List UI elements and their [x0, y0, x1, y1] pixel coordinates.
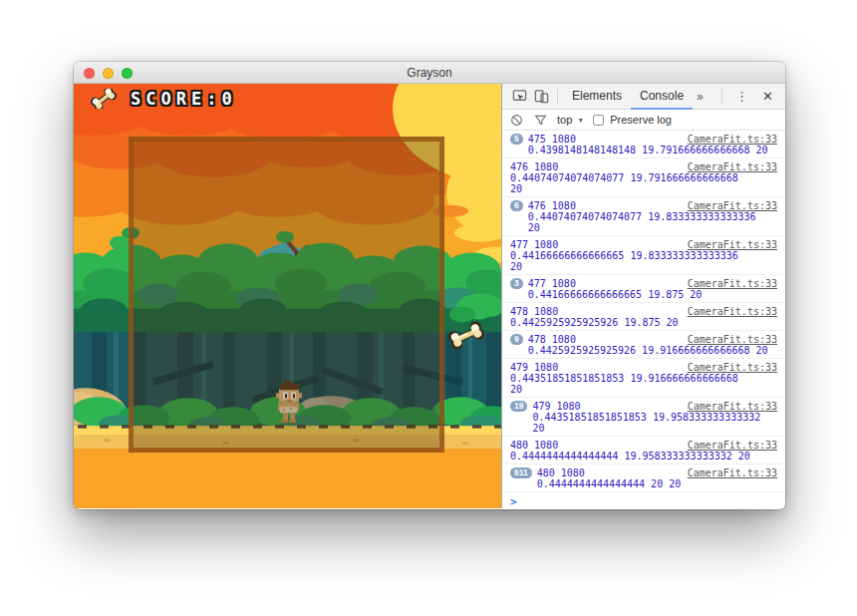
- source-location-link[interactable]: CameraFit.ts:33: [680, 161, 777, 172]
- source-location-link[interactable]: CameraFit.ts:33: [680, 334, 777, 345]
- repeat-count-badge: 9: [510, 334, 523, 345]
- source-location-link[interactable]: CameraFit.ts:33: [680, 401, 777, 412]
- log-message-continuation: 0.44351851851851853 19.958333333333332: [532, 412, 777, 423]
- source-location-link[interactable]: CameraFit.ts:33: [680, 239, 777, 250]
- console-log-entry: 480 1080CameraFit.ts:330.444444444444444…: [502, 437, 785, 464]
- repeat-count-badge: 611: [510, 467, 532, 478]
- window-title-bar[interactable]: Grayson: [74, 62, 785, 84]
- log-message-continuation: 0.44074074074074077 19.833333333333336: [528, 211, 777, 222]
- console-toolbar: top ▼ Preserve log: [502, 110, 785, 131]
- close-window-button[interactable]: [84, 68, 95, 79]
- score-label: SCORE:0: [131, 89, 237, 109]
- console-log-entry: 611480 1080CameraFit.ts:330.444444444444…: [502, 464, 785, 492]
- zoom-window-button[interactable]: [122, 68, 133, 79]
- console-log-entry: 3477 1080CameraFit.ts:330.44166666666666…: [502, 275, 785, 303]
- source-location-link[interactable]: CameraFit.ts:33: [680, 200, 777, 211]
- log-message: 475 1080: [528, 134, 576, 145]
- repeat-count-badge: 19: [510, 401, 527, 412]
- game-viewport[interactable]: SCORE:0: [74, 84, 501, 508]
- source-location-link[interactable]: CameraFit.ts:33: [680, 134, 777, 145]
- repeat-count-badge: 6: [510, 200, 523, 211]
- source-location-link[interactable]: CameraFit.ts:33: [680, 467, 777, 478]
- log-message-continuation: 0.4398148148148148 19.791666666666668 20: [528, 145, 777, 155]
- log-message: 476 1080: [510, 161, 558, 172]
- clear-console-icon[interactable]: [509, 109, 524, 131]
- log-message-continuation: 20: [532, 423, 777, 434]
- screenshot-stage: Grayson: [0, 0, 857, 616]
- context-label: top: [557, 114, 572, 126]
- log-message-continuation: 0.44074074074074077 19.791666666666668: [510, 172, 777, 183]
- log-message-continuation: 20: [510, 384, 777, 395]
- chevron-down-icon: ▼: [577, 117, 584, 124]
- log-message: 479 1080: [510, 362, 558, 373]
- source-location-link[interactable]: CameraFit.ts:33: [680, 278, 777, 289]
- log-message-continuation: 20: [528, 222, 777, 233]
- console-log-entry: 476 1080CameraFit.ts:330.440740740740740…: [502, 158, 785, 197]
- console-log-entry: 479 1080CameraFit.ts:330.443518518518518…: [502, 359, 785, 398]
- console-log-entry: 9478 1080CameraFit.ts:330.44259259259259…: [502, 331, 785, 359]
- devtools-panel: Elements Console » ⋮ ✕: [501, 84, 785, 508]
- log-message: 480 1080: [510, 440, 558, 451]
- filter-icon[interactable]: [533, 109, 548, 131]
- tab-elements[interactable]: Elements: [563, 84, 631, 109]
- log-message-continuation: 20: [510, 183, 777, 194]
- tab-console[interactable]: Console: [631, 84, 693, 110]
- log-message-continuation: 0.44166666666666665 19.875 20: [528, 289, 777, 300]
- log-message: 477 1080: [528, 278, 576, 289]
- console-log-entry: 5475 1080CameraFit.ts:330.43981481481481…: [502, 131, 785, 158]
- log-message-continuation: 0.44351851851851853 19.916666666666668: [510, 373, 777, 384]
- console-log-entry: 6476 1080CameraFit.ts:330.44074074074074…: [502, 197, 785, 236]
- log-message-continuation: 0.44166666666666665 19.833333333333336: [510, 250, 777, 261]
- app-window: Grayson: [74, 62, 785, 509]
- devtools-menu-icon[interactable]: ⋮: [727, 89, 756, 104]
- repeat-count-badge: 5: [510, 134, 523, 145]
- camera-fit-debug-rect: [129, 137, 444, 453]
- repeat-count-badge: 3: [510, 278, 523, 289]
- minimize-window-button[interactable]: [103, 68, 114, 79]
- console-log-entry: 19479 1080CameraFit.ts:330.4435185185185…: [502, 398, 785, 437]
- score-hud: SCORE:0: [90, 89, 237, 109]
- source-location-link[interactable]: CameraFit.ts:33: [680, 440, 777, 451]
- traffic-lights: [84, 62, 133, 84]
- log-message: 476 1080: [528, 200, 576, 211]
- log-message: 477 1080: [510, 239, 558, 250]
- more-tabs-icon[interactable]: »: [693, 90, 708, 104]
- devtools-tab-bar: Elements Console » ⋮ ✕: [502, 84, 785, 110]
- console-log-entry: 478 1080CameraFit.ts:330.442592592592592…: [502, 303, 785, 331]
- preserve-log-label: Preserve log: [610, 114, 672, 126]
- console-log-entry: 477 1080CameraFit.ts:330.441666666666666…: [502, 236, 785, 275]
- toolbar-divider: [721, 89, 722, 104]
- execution-context-selector[interactable]: top ▼: [557, 114, 584, 126]
- log-message: 480 1080: [537, 467, 585, 478]
- console-log-list[interactable]: 5475 1080CameraFit.ts:330.43981481481481…: [502, 131, 785, 508]
- source-location-link[interactable]: CameraFit.ts:33: [680, 362, 777, 373]
- log-message-continuation: 0.4425925925925926 19.875 20: [510, 317, 777, 328]
- prompt-chevron-icon: >: [510, 495, 517, 508]
- inspect-element-icon[interactable]: [508, 86, 530, 108]
- devtools-close-icon[interactable]: ✕: [756, 89, 779, 104]
- log-message: 479 1080: [532, 401, 580, 412]
- log-message-continuation: 20: [510, 261, 777, 272]
- device-toolbar-icon[interactable]: [530, 86, 552, 108]
- toolbar-divider: [557, 89, 558, 104]
- console-prompt[interactable]: >: [502, 492, 785, 508]
- source-location-link[interactable]: CameraFit.ts:33: [680, 306, 777, 317]
- log-message-continuation: 0.4444444444444444 19.958333333333332 20: [510, 451, 777, 462]
- log-message: 478 1080: [510, 306, 558, 317]
- log-message-continuation: 0.4425925925925926 19.916666666666668 20: [528, 345, 777, 356]
- log-message: 478 1080: [528, 334, 576, 345]
- window-title: Grayson: [74, 66, 785, 80]
- bone-icon: [90, 89, 118, 109]
- preserve-log-checkbox[interactable]: [593, 115, 604, 126]
- log-message-continuation: 0.4444444444444444 20 20: [537, 478, 777, 489]
